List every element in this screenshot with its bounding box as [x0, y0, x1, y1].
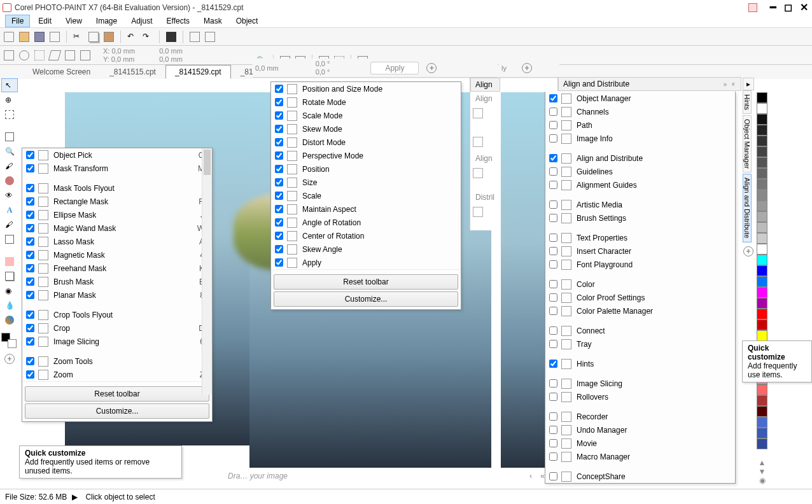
color-swatch[interactable]: [757, 233, 767, 244]
minimize-button[interactable]: ━: [770, 1, 776, 13]
list-item[interactable]: Apply: [271, 256, 461, 269]
add-tool[interactable]: +: [1, 352, 18, 366]
list-item[interactable]: Insert Character: [545, 244, 735, 258]
menu-file[interactable]: File: [5, 15, 30, 27]
tab-expand-icon[interactable]: ▸: [743, 78, 754, 90]
toggle-checkbox[interactable]: [549, 247, 557, 255]
list-item[interactable]: ConceptShare: [545, 470, 735, 483]
list-item[interactable]: Crop Tools Flyout: [22, 308, 212, 321]
toggle-checkbox[interactable]: [549, 108, 557, 116]
list-item[interactable]: Connect: [545, 324, 735, 337]
transparency-tool[interactable]: ◉: [1, 284, 18, 298]
list-item[interactable]: Rollovers: [545, 390, 735, 403]
skew-icon[interactable]: [48, 50, 61, 60]
color-swatch[interactable]: [757, 438, 767, 449]
color-swatch[interactable]: [757, 428, 767, 438]
toggle-checkbox[interactable]: [26, 211, 34, 219]
list-item[interactable]: Color Proof Settings: [545, 291, 735, 304]
list-item[interactable]: Position: [271, 162, 461, 176]
toggle-checkbox[interactable]: [26, 357, 34, 365]
list-item[interactable]: Rotate Mode: [271, 95, 461, 109]
toggle-checkbox[interactable]: [549, 426, 557, 434]
doc-tab[interactable]: Welcome Screen: [23, 65, 100, 79]
list-item[interactable]: Magnetic Mask4: [22, 248, 212, 262]
list-item[interactable]: Text Properties: [545, 231, 735, 244]
menu-adjust[interactable]: Adjust: [125, 15, 158, 27]
toggle-checkbox[interactable]: [549, 326, 557, 335]
toggle-checkbox[interactable]: [549, 379, 557, 388]
toggle-checkbox[interactable]: [549, 307, 557, 315]
import-icon[interactable]: [190, 32, 200, 42]
toggle-checkbox[interactable]: [549, 167, 557, 176]
list-item[interactable]: Guidelines: [545, 165, 735, 178]
color-swatch[interactable]: [757, 92, 767, 103]
list-item[interactable]: Movie: [545, 437, 735, 450]
nav-first-icon[interactable]: «: [540, 472, 545, 480]
menu-view[interactable]: View: [60, 15, 88, 27]
color-swatch[interactable]: [757, 417, 767, 428]
toggle-checkbox[interactable]: [275, 111, 283, 120]
account-icon[interactable]: [748, 3, 757, 12]
toggle-checkbox[interactable]: [26, 197, 34, 206]
redo-icon[interactable]: ↷: [143, 32, 153, 42]
toggle-checkbox[interactable]: [26, 184, 34, 192]
toggle-checkbox[interactable]: [275, 232, 283, 240]
paste-icon[interactable]: [104, 32, 114, 42]
color-swatch[interactable]: [757, 179, 767, 190]
color-swatch[interactable]: [757, 395, 767, 406]
list-item[interactable]: Magic Wand MaskW: [22, 221, 212, 235]
toggle-checkbox[interactable]: [26, 264, 34, 272]
list-item[interactable]: Perspective Mode: [271, 149, 461, 162]
align-icon-2[interactable]: [473, 137, 483, 147]
list-item[interactable]: Artistic Media: [545, 198, 735, 211]
toggle-checkbox[interactable]: [549, 234, 557, 242]
toggle-checkbox[interactable]: [26, 164, 34, 172]
undo-icon[interactable]: ↶: [127, 32, 137, 42]
list-item[interactable]: Brush Settings: [545, 211, 735, 225]
reset-toolbar-button[interactable]: Reset toolbar: [25, 386, 209, 402]
color-swatch[interactable]: [757, 103, 767, 114]
toggle-checkbox[interactable]: [549, 439, 557, 447]
list-item[interactable]: Scale Mode: [271, 109, 461, 122]
list-item[interactable]: Brush MaskB: [22, 275, 212, 288]
color-swatch[interactable]: [757, 319, 767, 330]
color-swatch[interactable]: [757, 211, 767, 222]
toggle-checkbox[interactable]: [275, 85, 283, 93]
menu-edit[interactable]: Edit: [32, 15, 57, 27]
toggle-checkbox[interactable]: [275, 125, 283, 133]
shape-tool[interactable]: [1, 232, 18, 246]
apply-button[interactable]: Apply: [370, 62, 419, 74]
toggle-checkbox[interactable]: [549, 181, 557, 189]
toggle-checkbox[interactable]: [549, 94, 557, 102]
toggle-checkbox[interactable]: [549, 360, 557, 368]
effect-tool[interactable]: 🖌: [1, 218, 18, 232]
list-item[interactable]: ZoomZ: [22, 368, 212, 381]
list-item[interactable]: Macro Manager: [545, 450, 735, 463]
doc-tab[interactable]: _8141529.cpt: [165, 65, 231, 79]
list-item[interactable]: Zoom Tools: [22, 354, 212, 368]
color-swatch[interactable]: [757, 136, 767, 146]
new-icon[interactable]: [4, 32, 14, 42]
doc-tab[interactable]: _8141515.cpt: [100, 65, 165, 79]
list-item[interactable]: Hints: [545, 357, 735, 370]
list-item[interactable]: Rectangle MaskR: [22, 195, 212, 208]
toggle-checkbox[interactable]: [26, 311, 34, 319]
color-swatch[interactable]: [757, 265, 767, 276]
toggle-checkbox[interactable]: [549, 393, 557, 401]
nav-left-icon[interactable]: ‹: [529, 472, 532, 480]
export-icon[interactable]: [205, 32, 215, 42]
color-swatch[interactable]: [757, 157, 767, 168]
list-item[interactable]: Color Palette Manager: [545, 304, 735, 318]
list-item[interactable]: Planar Mask8: [22, 288, 212, 302]
toggle-checkbox[interactable]: [275, 151, 283, 160]
toggle-checkbox[interactable]: [26, 337, 34, 346]
toggle-checkbox[interactable]: [275, 192, 283, 200]
color-swatch[interactable]: [757, 406, 767, 417]
add-prop-icon[interactable]: +: [426, 63, 437, 73]
toggle-checkbox[interactable]: [26, 370, 34, 379]
color-swatch[interactable]: [757, 168, 767, 179]
toggle-checkbox[interactable]: [549, 293, 557, 302]
cut-icon[interactable]: ✂: [73, 32, 83, 42]
toggle-checkbox[interactable]: [549, 200, 557, 209]
rotate-icon[interactable]: [19, 50, 29, 60]
